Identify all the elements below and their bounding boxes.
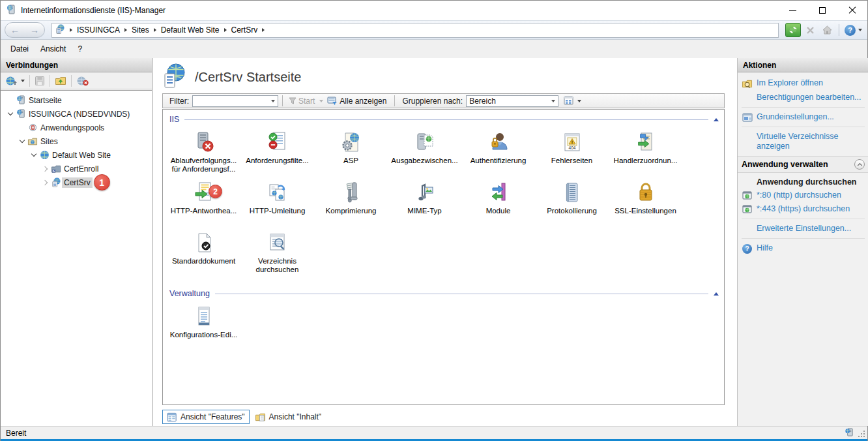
minimize-button[interactable] bbox=[777, 1, 807, 20]
feature-request-filtering[interactable]: Anforderungsfilte... bbox=[240, 128, 314, 178]
collapsed-chevron-icon[interactable] bbox=[42, 179, 48, 185]
feature-authentication[interactable]: Authentifizierung bbox=[461, 128, 535, 178]
stop-icon bbox=[806, 26, 815, 35]
collapse-section-icon[interactable] bbox=[854, 159, 865, 170]
app-icon bbox=[7, 5, 17, 17]
home-button[interactable] bbox=[819, 23, 835, 37]
toolbar-separator bbox=[282, 95, 283, 106]
action-view-virtual-directories[interactable]: Virtuelle Verzeichnisse anzeigen bbox=[742, 130, 852, 153]
http-redirect-icon bbox=[240, 180, 314, 205]
feature-output-caching[interactable]: Ausgabezwischen... bbox=[388, 128, 461, 178]
features-list: IIS Ablaufverfolgungs... für Anforderung… bbox=[162, 109, 725, 405]
section-manage-application[interactable]: Anwendung verwalten bbox=[738, 156, 868, 173]
action-advanced-settings[interactable]: Erweiterte Einstellungen... bbox=[742, 222, 865, 236]
tree-item-sites[interactable]: Sites bbox=[1, 134, 152, 148]
feature-error-pages[interactable]: 404 Fehlerseiten bbox=[535, 128, 609, 178]
show-all-icon bbox=[327, 97, 338, 106]
feature-handler-mappings[interactable]: Handlerzuordnun... bbox=[609, 128, 682, 178]
stop-button[interactable] bbox=[802, 23, 818, 37]
feature-compression[interactable]: Komprimierung bbox=[314, 178, 388, 228]
delete-connection-button[interactable] bbox=[74, 74, 91, 88]
help-button[interactable]: ? bbox=[845, 23, 862, 37]
tab-features-view[interactable]: Ansicht "Features" bbox=[162, 410, 250, 424]
filter-input[interactable] bbox=[192, 95, 278, 107]
server-status-icon bbox=[845, 427, 854, 439]
action-browse-http[interactable]: *:80 (http) durchsuchen bbox=[742, 189, 865, 202]
resize-grip[interactable] bbox=[857, 429, 865, 437]
chevron-down-icon bbox=[21, 80, 25, 82]
collapse-group-icon[interactable] bbox=[714, 292, 719, 296]
verwaltung-tiles: Konfigurations-Edi... bbox=[163, 299, 684, 352]
status-bar: Bereit bbox=[1, 426, 867, 439]
action-edit-permissions[interactable]: Berechtigungen bearbeiten... bbox=[742, 91, 865, 104]
browse-website-icon bbox=[742, 205, 753, 213]
up-level-button[interactable] bbox=[53, 74, 68, 88]
chevron-down-icon bbox=[577, 100, 581, 102]
application-pools-icon bbox=[27, 123, 38, 132]
authentication-icon bbox=[461, 130, 535, 155]
tree-item-default-web-site[interactable]: Default Web Site bbox=[1, 148, 152, 162]
server-icon bbox=[15, 109, 27, 119]
tree-item-certsrv[interactable]: CertSrv 1 bbox=[1, 175, 152, 189]
collapsed-chevron-icon[interactable] bbox=[42, 166, 48, 171]
feature-mime-types[interactable]: MIME-Typ bbox=[388, 178, 461, 228]
forward-button[interactable]: → bbox=[30, 25, 39, 35]
home-icon bbox=[822, 25, 832, 35]
maximize-button[interactable] bbox=[807, 1, 837, 20]
expanded-chevron-icon[interactable] bbox=[20, 138, 25, 143]
tree-item-anwendungspools[interactable]: Anwendungspools bbox=[1, 121, 152, 134]
show-all-button[interactable]: Alle anzeigen bbox=[325, 97, 390, 106]
collapse-group-icon[interactable] bbox=[714, 118, 719, 121]
address-bar: ← → ISSUINGCA Sites Default Web Site Cer… bbox=[1, 20, 867, 40]
close-button[interactable] bbox=[837, 1, 867, 20]
action-basic-settings[interactable]: Grundeinstellungen... bbox=[742, 110, 865, 124]
create-connection-button[interactable] bbox=[3, 74, 27, 88]
browse-application-title: Anwendung durchsuchen bbox=[742, 175, 865, 189]
toolbar-separator bbox=[839, 24, 839, 36]
connect-globe-icon bbox=[5, 76, 18, 86]
feature-http-response-headers[interactable]: 2 HTTP-Antworthea... bbox=[167, 178, 240, 228]
breadcrumb-certsrv[interactable]: CertSrv bbox=[231, 25, 258, 35]
breadcrumb-sites[interactable]: Sites bbox=[132, 25, 149, 35]
feature-asp[interactable]: ASP bbox=[314, 128, 388, 178]
handler-mappings-icon bbox=[609, 130, 682, 155]
save-button[interactable] bbox=[33, 74, 47, 88]
filter-toolbar: Filter: Start Alle anzeigen Gruppieren n… bbox=[162, 93, 725, 108]
expanded-chevron-icon[interactable] bbox=[31, 151, 36, 157]
action-help[interactable]: ? Hilfe bbox=[742, 241, 865, 256]
folder-shortcut-icon bbox=[50, 164, 62, 174]
tree-item-certenroll[interactable]: CertEnroll bbox=[1, 162, 152, 175]
breadcrumb-server[interactable]: ISSUINGCA bbox=[77, 25, 120, 35]
connections-panel: Verbindungen bbox=[1, 58, 152, 426]
back-button[interactable]: ← bbox=[10, 25, 20, 35]
feature-directory-browsing[interactable]: Verzeichnis durchsuchen bbox=[240, 228, 314, 279]
action-open-in-explorer[interactable]: Im Explorer öffnen bbox=[742, 76, 865, 91]
feature-http-redirect[interactable]: HTTP-Umleitung bbox=[240, 178, 314, 228]
feature-configuration-editor[interactable]: Konfigurations-Edi... bbox=[167, 302, 240, 352]
view-mode-button[interactable] bbox=[562, 96, 583, 106]
tab-content-view[interactable]: Ansicht "Inhalt" bbox=[251, 410, 326, 424]
expanded-chevron-icon[interactable] bbox=[8, 110, 13, 115]
menu-ansicht[interactable]: Ansicht bbox=[35, 42, 72, 56]
toolbar-separator bbox=[71, 75, 72, 87]
tree-item-issuingca[interactable]: ISSUINGCA (NDSEDV\NDS) bbox=[1, 107, 152, 121]
actions-header: Aktionen bbox=[738, 58, 868, 72]
group-by-select[interactable]: Bereich bbox=[466, 95, 558, 107]
feature-default-document[interactable]: Standarddokument bbox=[167, 228, 240, 279]
feature-logging[interactable]: Protokollierung bbox=[535, 178, 609, 228]
feature-request-tracing[interactable]: Ablaufverfolgungs... für Anforderungsf..… bbox=[167, 128, 240, 178]
menu-datei[interactable]: Datei bbox=[5, 42, 35, 56]
refresh-button[interactable] bbox=[785, 23, 801, 37]
connections-header: Verbindungen bbox=[1, 58, 152, 72]
filter-start-button[interactable]: Start bbox=[287, 97, 325, 106]
breadcrumb-default-web-site[interactable]: Default Web Site bbox=[161, 25, 220, 35]
action-browse-https[interactable]: *:443 (https) durchsuchen bbox=[742, 202, 865, 216]
feature-ssl-settings[interactable]: SSL-Einstellungen bbox=[609, 178, 682, 228]
save-icon bbox=[35, 76, 45, 86]
close-icon bbox=[848, 7, 856, 14]
menu-help[interactable]: ? bbox=[72, 42, 88, 56]
breadcrumb[interactable]: ISSUINGCA Sites Default Web Site CertSrv bbox=[51, 23, 779, 38]
feature-modules[interactable]: Module bbox=[461, 178, 535, 228]
tree-item-startseite[interactable]: Startseite bbox=[1, 93, 152, 107]
folder-up-icon bbox=[55, 76, 66, 86]
